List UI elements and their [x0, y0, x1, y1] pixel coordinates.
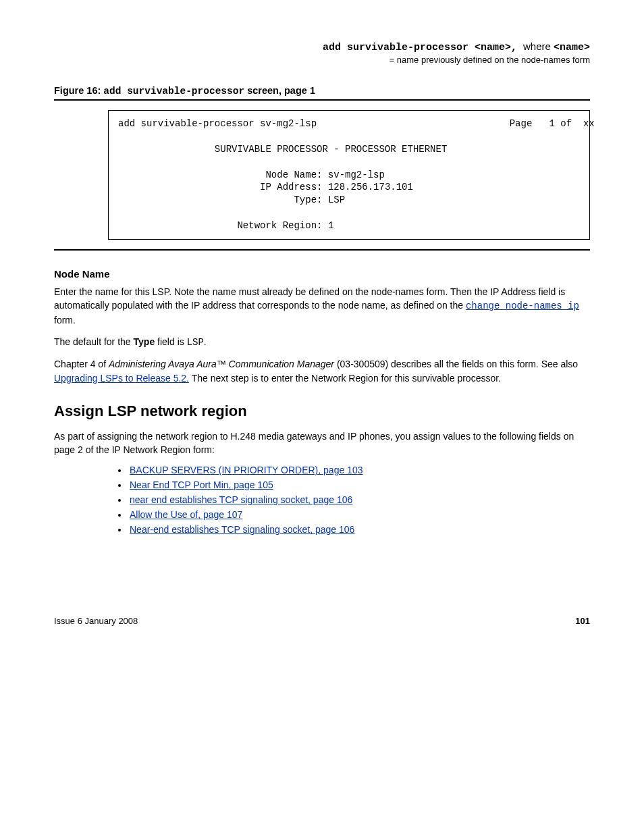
link-upgrading-lsps[interactable]: Upgrading LSPs to Release 5.2.	[54, 373, 189, 384]
assign-lsp-heading: Assign LSP network region	[54, 402, 590, 420]
link-change-node-names[interactable]: change node-names ip	[466, 301, 579, 311]
bullet-link[interactable]: Allow the Use of, page 107	[130, 509, 242, 520]
list-item: Near-end establishes TCP signaling socke…	[128, 524, 590, 535]
node-name-p2: The default for the Type field is LSP.	[54, 335, 590, 349]
page-footer: Issue 6 January 2008 101	[54, 616, 590, 626]
bullet-link[interactable]: BACKUP SERVERS (IN PRIORITY ORDER), page…	[130, 465, 363, 475]
assign-bullet-list: BACKUP SERVERS (IN PRIORITY ORDER), page…	[54, 465, 590, 535]
list-item: BACKUP SERVERS (IN PRIORITY ORDER), page…	[128, 465, 590, 475]
node-name-heading: Node Name	[54, 268, 590, 280]
terminal-box: add survivable-processor sv-mg2-lsp Page…	[108, 110, 590, 240]
list-item: near end establishes TCP signaling socke…	[128, 494, 590, 505]
header-command: add survivable-processor <name>, where <…	[54, 41, 590, 53]
node-name-p3: Chapter 4 of Administering Avaya Aura™ C…	[54, 357, 590, 385]
bullet-link[interactable]: Near-end establishes TCP signaling socke…	[130, 524, 354, 535]
bullet-link[interactable]: Near End TCP Port Min, page 105	[130, 479, 273, 490]
bullet-link[interactable]: near end establishes TCP signaling socke…	[130, 494, 352, 505]
node-name-p1: Enter the name for this LSP. Note the na…	[54, 285, 590, 327]
footer-page-number: 101	[575, 616, 590, 626]
footer-issue: Issue 6 January 2008	[54, 616, 138, 626]
assign-p1: As part of assigning the network region …	[54, 429, 590, 457]
list-item: Near End TCP Port Min, page 105	[128, 479, 590, 490]
terminal-figure: add survivable-processor sv-mg2-lsp Page…	[54, 99, 590, 251]
figure-caption: Figure 16: add survivable-processor scre…	[54, 85, 590, 97]
list-item: Allow the Use of, page 107	[128, 509, 590, 520]
header-sub: = name previously defined on the node-na…	[54, 55, 590, 65]
